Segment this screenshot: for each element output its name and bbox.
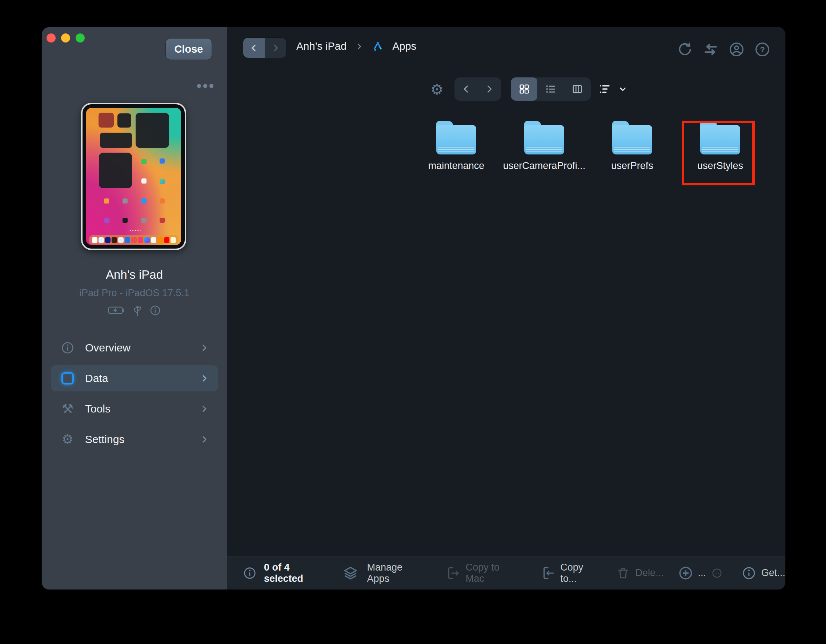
sidebar-item-settings[interactable]: ⚙ Settings bbox=[51, 426, 218, 453]
traffic-close-button[interactable] bbox=[47, 33, 56, 42]
list-view-button[interactable] bbox=[537, 78, 564, 101]
ellipsis-circle-icon bbox=[711, 567, 723, 579]
data-square-icon bbox=[60, 372, 76, 385]
device-info-icon[interactable] bbox=[149, 304, 161, 316]
folder-item-maintenance[interactable]: maintenance bbox=[414, 121, 498, 172]
account-icon[interactable] bbox=[728, 41, 745, 58]
folder-forward-button[interactable] bbox=[478, 78, 501, 101]
folder-item-usercameraprofiles[interactable]: userCameraProfi... bbox=[502, 121, 587, 172]
sidebar-item-tools[interactable]: ⚒ Tools bbox=[51, 396, 218, 422]
copy-to-button[interactable]: Copy to... bbox=[560, 562, 600, 584]
history-nav bbox=[243, 37, 286, 58]
back-button[interactable] bbox=[243, 38, 265, 58]
columns-view-button[interactable] bbox=[564, 78, 591, 101]
sort-list-icon bbox=[598, 82, 612, 96]
device-model: iPad Pro - iPadOS 17.5.1 bbox=[42, 287, 227, 299]
folder-label: userPrefs bbox=[590, 160, 674, 172]
get-info-icon bbox=[742, 566, 756, 580]
info-circle-icon bbox=[60, 341, 76, 355]
device-dock bbox=[89, 235, 179, 245]
main-area: Anh’s iPad Apps bbox=[227, 27, 785, 590]
breadcrumb-section[interactable]: Apps bbox=[392, 40, 416, 52]
manage-apps-button[interactable]: Manage Apps bbox=[367, 562, 424, 584]
selection-info-icon bbox=[243, 566, 257, 580]
refresh-icon[interactable] bbox=[677, 41, 693, 58]
sort-options[interactable] bbox=[598, 78, 638, 101]
folder-icon bbox=[524, 121, 564, 154]
copy-to-mac-button: Copy to Mac bbox=[466, 562, 518, 584]
battery-charging-icon bbox=[108, 306, 126, 315]
chevron-right-icon bbox=[200, 435, 209, 444]
chevron-right-icon bbox=[200, 374, 209, 383]
app-window: Close bbox=[42, 27, 785, 590]
folder-grid: maintenance userCameraProfi... userPrefs… bbox=[227, 120, 785, 214]
device-name: Anh’s iPad bbox=[42, 268, 227, 282]
folder-history-nav bbox=[455, 78, 501, 101]
view-settings-gear-icon[interactable]: ⚙ bbox=[429, 78, 445, 101]
folder-label: maintenance bbox=[414, 160, 498, 172]
device-import-icon bbox=[540, 566, 555, 580]
more-options-icon[interactable] bbox=[194, 81, 216, 90]
sidebar: Close bbox=[42, 27, 227, 590]
device-wallpaper bbox=[86, 108, 181, 245]
sidebar-item-data[interactable]: Data bbox=[51, 365, 218, 391]
traffic-zoom-button[interactable] bbox=[76, 33, 85, 42]
sidebar-item-label: Overview bbox=[85, 341, 200, 354]
view-mode-switcher bbox=[511, 78, 591, 101]
device-export-icon bbox=[446, 566, 460, 580]
chevron-down-icon bbox=[618, 84, 627, 94]
close-button[interactable]: Close bbox=[165, 38, 212, 60]
sidebar-item-label: Settings bbox=[85, 433, 200, 445]
gear-icon: ⚙ bbox=[60, 433, 76, 446]
sidebar-item-overview[interactable]: Overview bbox=[51, 335, 218, 361]
folder-back-button[interactable] bbox=[455, 78, 478, 101]
layers-icon bbox=[343, 565, 358, 581]
forward-button bbox=[265, 38, 286, 58]
toolbar: ⚙ bbox=[227, 78, 785, 101]
folder-label: userCameraProfi... bbox=[502, 160, 587, 172]
folder-item-userprefs[interactable]: userPrefs bbox=[590, 121, 674, 172]
trash-icon bbox=[616, 566, 630, 580]
usb-icon bbox=[133, 304, 142, 317]
svg-text:?: ? bbox=[760, 45, 765, 54]
chevron-right-icon bbox=[200, 405, 209, 413]
app-store-icon bbox=[372, 41, 384, 52]
add-more-button[interactable]: ... bbox=[698, 567, 706, 579]
status-bar: 0 of 4 selected Manage Apps Copy to Mac … bbox=[227, 556, 785, 590]
help-icon[interactable]: ? bbox=[754, 41, 771, 58]
breadcrumb: Anh’s iPad Apps bbox=[296, 40, 416, 52]
folder-icon bbox=[436, 121, 476, 154]
tools-icon: ⚒ bbox=[60, 402, 76, 415]
window-controls bbox=[47, 33, 85, 42]
device-preview-image bbox=[81, 103, 186, 250]
chevron-right-icon bbox=[200, 343, 209, 352]
traffic-minimize-button[interactable] bbox=[61, 33, 70, 42]
delete-button: Dele... bbox=[635, 567, 663, 579]
folder-icon bbox=[612, 121, 652, 154]
chevron-right-icon bbox=[355, 42, 363, 51]
sidebar-item-label: Data bbox=[85, 372, 200, 385]
sidebar-nav: Overview Data ⚒ Tools ⚙ bbox=[51, 335, 218, 457]
plus-circle-icon[interactable] bbox=[678, 565, 693, 581]
grid-view-button[interactable] bbox=[511, 78, 537, 101]
red-highlight-annotation bbox=[682, 121, 755, 185]
sidebar-item-label: Tools bbox=[85, 403, 200, 415]
transfer-icon[interactable] bbox=[702, 41, 719, 58]
selection-count: 0 of 4 selected bbox=[264, 562, 328, 584]
breadcrumb-device[interactable]: Anh’s iPad bbox=[296, 40, 346, 52]
get-info-button[interactable]: Get... bbox=[761, 567, 785, 579]
